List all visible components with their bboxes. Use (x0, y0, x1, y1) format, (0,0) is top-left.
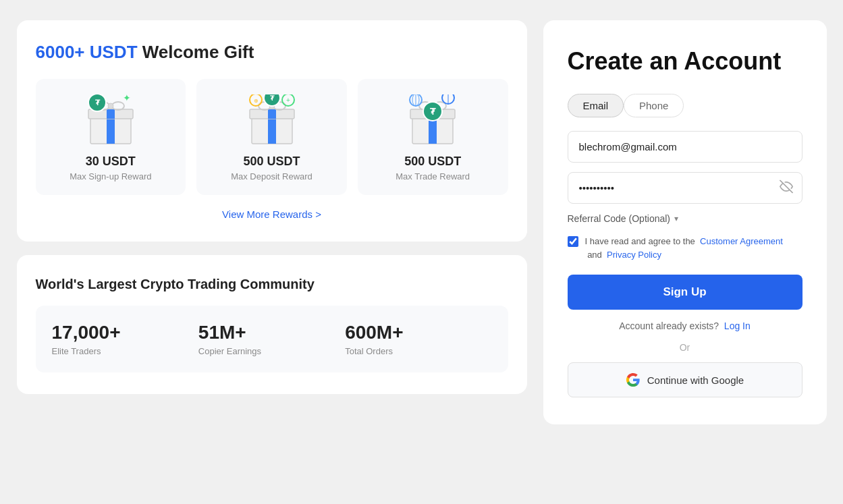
password-group (568, 172, 803, 204)
reward-icon-signup: ₮ ✦ (80, 92, 141, 146)
stat-value-3: 600M+ (345, 322, 491, 343)
svg-rect-3 (107, 109, 115, 119)
stat-label-1: Elite Traders (52, 346, 198, 356)
view-more-link[interactable]: View More Rewards > (36, 208, 508, 220)
svg-text:+: + (286, 96, 290, 104)
google-signin-button[interactable]: Continue with Google (568, 362, 803, 397)
customer-agreement-link[interactable]: Customer Agreement (700, 236, 783, 246)
stat-label-2: Copier Earnings (198, 346, 345, 356)
stat-value-2: 51M+ (198, 322, 345, 343)
tab-email[interactable]: Email (568, 94, 624, 117)
community-title: World's Largest Crypto Trading Community (36, 277, 508, 292)
reward-icon-deposit: ⊕ ₮ + (242, 92, 302, 146)
stat-elite-traders: 17,000+ Elite Traders (52, 322, 198, 356)
reward-amount-3: 500 USDT (404, 155, 461, 169)
reward-label-3: Max Trade Reward (396, 171, 470, 181)
password-input[interactable] (568, 172, 803, 204)
reward-item-deposit: ⊕ ₮ + 500 USDT Max Deposit Reward (196, 79, 347, 195)
google-button-label: Continue with Google (647, 374, 744, 386)
email-input[interactable] (568, 131, 803, 163)
agreement-row: I have read and agree to the Customer Ag… (568, 235, 803, 261)
reward-amount-1: 30 USDT (86, 155, 136, 169)
stat-label-3: Total Orders (345, 346, 491, 356)
gift-box-icon-1: ₮ ✦ (84, 94, 138, 145)
svg-rect-24 (429, 118, 437, 144)
agreement-checkbox[interactable] (568, 236, 578, 247)
left-panel: 6000+ USDT Welcome Gift (17, 20, 527, 424)
svg-rect-11 (268, 118, 276, 144)
referral-chevron-icon: ▾ (674, 214, 678, 223)
gift-box-icon-2: ⊕ ₮ + (245, 94, 299, 145)
or-divider: Or (568, 342, 803, 353)
svg-text:⊕: ⊕ (253, 98, 258, 104)
reward-icon-trade: ₮ (402, 92, 463, 146)
agreement-text: I have read and agree to the Customer Ag… (585, 235, 803, 261)
welcome-title: 6000+ USDT Welcome Gift (36, 42, 508, 63)
svg-rect-1 (107, 118, 115, 144)
reward-label-1: Max Sign-up Reward (70, 171, 151, 181)
community-card: World's Largest Crypto Trading Community… (17, 255, 527, 394)
email-group (568, 131, 803, 163)
tab-row: Email Phone (568, 94, 803, 117)
reward-item-signup: ₮ ✦ 30 USDT Max Sign-up Reward (36, 79, 186, 195)
stat-total-orders: 600M+ Total Orders (345, 322, 491, 356)
referral-code-row[interactable]: Referral Code (Optional) ▾ (568, 213, 803, 224)
login-link[interactable]: Log In (724, 320, 751, 331)
right-panel: Create an Account Email Phone Referral C… (543, 20, 827, 424)
rewards-grid: ₮ ✦ 30 USDT Max Sign-up Reward (36, 79, 508, 195)
reward-label-2: Max Deposit Reward (231, 171, 312, 181)
privacy-policy-link[interactable]: Privacy Policy (607, 250, 661, 260)
stat-copier-earnings: 51M+ Copier Earnings (198, 322, 345, 356)
google-icon (626, 372, 641, 387)
welcome-highlight: 6000+ USDT (36, 42, 138, 62)
stat-value-1: 17,000+ (52, 322, 198, 343)
tab-phone[interactable]: Phone (624, 94, 684, 117)
signup-button[interactable]: Sign Up (568, 275, 803, 310)
svg-text:₮: ₮ (270, 94, 275, 102)
create-account-title: Create an Account (568, 47, 803, 75)
svg-point-6 (108, 103, 113, 109)
gift-box-icon-3: ₮ (406, 94, 460, 145)
toggle-password-icon[interactable] (780, 179, 793, 196)
page-wrapper: 6000+ USDT Welcome Gift (17, 20, 827, 424)
reward-amount-2: 500 USDT (243, 155, 300, 169)
stats-grid: 17,000+ Elite Traders 51M+ Copier Earnin… (36, 306, 508, 372)
svg-text:₮: ₮ (430, 107, 436, 117)
svg-text:✦: ✦ (123, 94, 131, 103)
referral-label: Referral Code (Optional) (568, 213, 671, 224)
svg-rect-13 (268, 109, 276, 119)
reward-item-trade: ₮ 500 USDT Max Trade Reward (358, 79, 508, 195)
svg-text:₮: ₮ (94, 99, 100, 107)
login-row: Account already exists? Log In (568, 320, 803, 331)
welcome-card: 6000+ USDT Welcome Gift (17, 20, 527, 242)
